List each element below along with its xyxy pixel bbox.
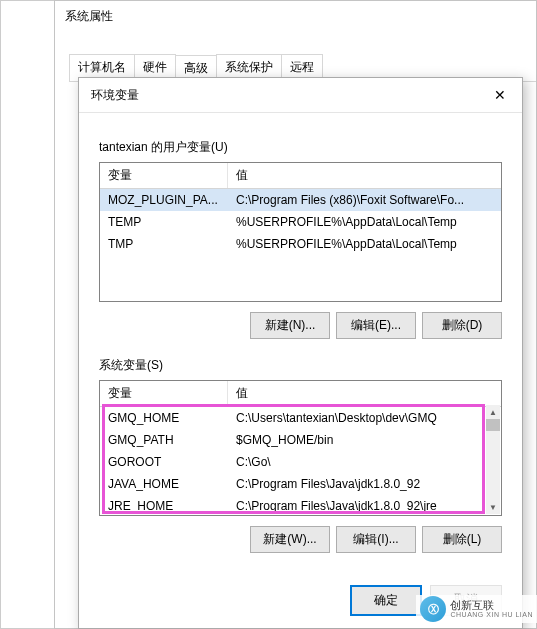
system-vars-buttons: 新建(W)... 编辑(I)... 删除(L) — [99, 526, 502, 553]
table-row[interactable]: GMQ_HOMEC:\Users\tantexian\Desktop\dev\G… — [100, 407, 501, 429]
user-delete-button[interactable]: 删除(D) — [422, 312, 502, 339]
user-vars-label: tantexian 的用户变量(U) — [99, 139, 502, 156]
cell-var-value: C:\Program Files (x86)\Foxit Software\Fo… — [228, 191, 501, 209]
col-value[interactable]: 值 — [228, 163, 501, 188]
system-edit-button[interactable]: 编辑(I)... — [336, 526, 416, 553]
col-variable[interactable]: 变量 — [100, 381, 228, 406]
watermark: Ⓧ 创新互联 CHUANG XIN HU LIAN — [416, 595, 537, 623]
user-vars-table[interactable]: 变量 值 MOZ_PLUGIN_PA...C:\Program Files (x… — [99, 162, 502, 302]
scroll-down-icon[interactable]: ▼ — [486, 500, 500, 514]
cell-var-value: C:\Users\tantexian\Desktop\dev\GMQ — [228, 409, 501, 427]
cell-var-value: C:\Program Files\Java\jdk1.8.0_92 — [228, 475, 501, 493]
cell-var-value: C:\Go\ — [228, 453, 501, 471]
col-variable[interactable]: 变量 — [100, 163, 228, 188]
system-variables-section: 系统变量(S) 变量 值 GMQ_HOMEC:\Users\tantexian\… — [99, 357, 502, 553]
cell-var-value: C:\Program Files\Java\jdk1.8.0_92\jre — [228, 497, 501, 515]
user-new-button[interactable]: 新建(N)... — [250, 312, 330, 339]
table-row[interactable]: TMP%USERPROFILE%\AppData\Local\Temp — [100, 233, 501, 255]
cell-var-name: JRE_HOME — [100, 497, 228, 515]
user-variables-section: tantexian 的用户变量(U) 变量 值 MOZ_PLUGIN_PA...… — [99, 139, 502, 339]
user-vars-buttons: 新建(N)... 编辑(E)... 删除(D) — [99, 312, 502, 339]
env-dialog-titlebar: 环境变量 ✕ — [79, 78, 522, 113]
system-vars-header: 变量 值 — [100, 381, 501, 407]
table-row[interactable]: JAVA_HOMEC:\Program Files\Java\jdk1.8.0_… — [100, 473, 501, 495]
env-variables-dialog: 环境变量 ✕ tantexian 的用户变量(U) 变量 值 MOZ_PLUGI… — [78, 77, 523, 629]
watermark-logo-icon: Ⓧ — [420, 596, 446, 622]
cell-var-name: GMQ_PATH — [100, 431, 228, 449]
watermark-brand: 创新互联 — [450, 599, 533, 611]
ok-button[interactable]: 确定 — [350, 585, 422, 616]
table-row[interactable]: GOROOTC:\Go\ — [100, 451, 501, 473]
env-dialog-title: 环境变量 — [91, 87, 139, 104]
cell-var-value: %USERPROFILE%\AppData\Local\Temp — [228, 213, 501, 231]
watermark-sub: CHUANG XIN HU LIAN — [450, 611, 533, 619]
system-new-button[interactable]: 新建(W)... — [250, 526, 330, 553]
watermark-text: 创新互联 CHUANG XIN HU LIAN — [450, 599, 533, 619]
system-vars-table[interactable]: 变量 值 GMQ_HOMEC:\Users\tantexian\Desktop\… — [99, 380, 502, 516]
scroll-thumb[interactable] — [486, 419, 500, 431]
table-row[interactable]: JRE_HOMEC:\Program Files\Java\jdk1.8.0_9… — [100, 495, 501, 515]
cell-var-name: MOZ_PLUGIN_PA... — [100, 191, 228, 209]
cell-var-name: TEMP — [100, 213, 228, 231]
table-row[interactable]: MOZ_PLUGIN_PA...C:\Program Files (x86)\F… — [100, 189, 501, 211]
user-vars-header: 变量 值 — [100, 163, 501, 189]
col-value[interactable]: 值 — [228, 381, 501, 406]
cell-var-name: GMQ_HOME — [100, 409, 228, 427]
system-delete-button[interactable]: 删除(L) — [422, 526, 502, 553]
close-icon[interactable]: ✕ — [486, 84, 514, 106]
system-vars-label: 系统变量(S) — [99, 357, 502, 374]
table-row[interactable]: GMQ_PATH$GMQ_HOME/bin — [100, 429, 501, 451]
cell-var-value: %USERPROFILE%\AppData\Local\Temp — [228, 235, 501, 253]
system-properties-title: 系统属性 — [55, 1, 536, 32]
user-edit-button[interactable]: 编辑(E)... — [336, 312, 416, 339]
scroll-up-icon[interactable]: ▲ — [486, 405, 500, 419]
cell-var-name: TMP — [100, 235, 228, 253]
cell-var-name: GOROOT — [100, 453, 228, 471]
cell-var-name: JAVA_HOME — [100, 475, 228, 493]
table-row[interactable]: TEMP%USERPROFILE%\AppData\Local\Temp — [100, 211, 501, 233]
cell-var-value: $GMQ_HOME/bin — [228, 431, 501, 449]
